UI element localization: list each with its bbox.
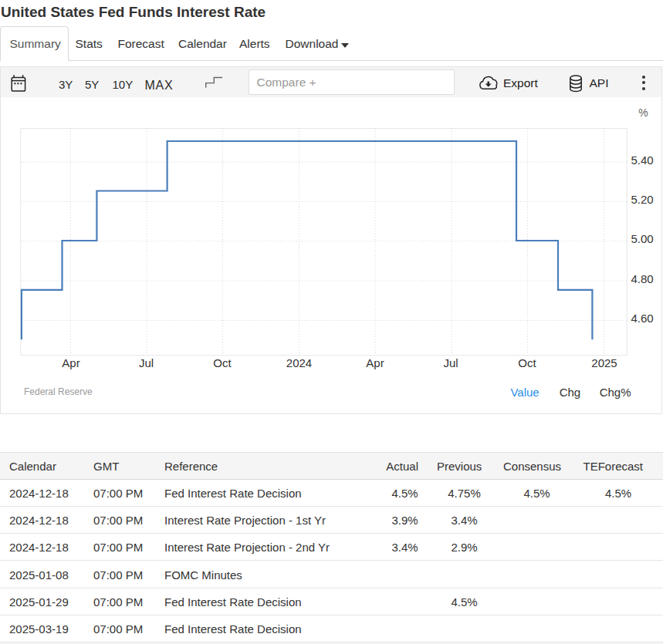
svg-text:%: % <box>638 106 648 119</box>
svg-text:Jul: Jul <box>443 356 458 369</box>
svg-text:2024: 2024 <box>286 356 312 369</box>
svg-text:4.60: 4.60 <box>631 312 653 325</box>
svg-text:Oct: Oct <box>518 356 536 369</box>
svg-text:4.80: 4.80 <box>631 272 653 285</box>
svg-text:Oct: Oct <box>213 356 232 369</box>
svg-text:5.40: 5.40 <box>631 153 653 167</box>
svg-text:5.20: 5.20 <box>631 193 653 206</box>
svg-text:Jul: Jul <box>139 356 154 369</box>
svg-text:5.00: 5.00 <box>631 232 653 245</box>
svg-text:Apr: Apr <box>366 356 384 369</box>
svg-text:2025: 2025 <box>591 356 617 369</box>
svg-text:Apr: Apr <box>62 356 79 369</box>
